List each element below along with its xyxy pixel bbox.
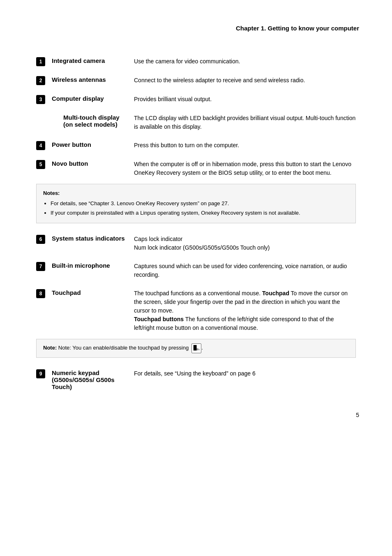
- page-header: Chapter 1. Getting to know your computer: [33, 25, 359, 32]
- item-number-2: 2: [33, 71, 48, 90]
- item-term-6: System status indicators: [48, 230, 131, 257]
- note-inline-row: Note: Note: You can enable/disable the t…: [33, 337, 359, 364]
- item-term-3b: Multi-touch display (on select models): [48, 109, 131, 136]
- item-number-4: 4: [33, 136, 48, 155]
- item-desc-9: For details, see “Using the keyboard” on…: [131, 364, 359, 395]
- item-desc-6-line1: Caps lock indicator: [134, 236, 182, 242]
- item-term-4: Power button: [48, 136, 131, 155]
- item-term-2: Wireless antennas: [48, 71, 131, 90]
- table-row: 6 System status indicators Caps lock ind…: [33, 230, 359, 257]
- chapter-title: Chapter 1. Getting to know your computer: [236, 25, 359, 32]
- item-number-6: 6: [33, 230, 48, 257]
- item-term-7: Built-in microphone: [48, 257, 131, 284]
- item-number-3: 3: [33, 90, 48, 109]
- notes-title: Notes:: [43, 189, 349, 198]
- notes-list: For details, see “Chapter 3. Lenovo OneK…: [51, 199, 349, 218]
- item-desc-4: Press this button to turn on the compute…: [131, 136, 359, 155]
- item-desc-3b: The LCD display with LED backlight provi…: [131, 109, 359, 136]
- notes-item-1: For details, see “Chapter 3. Lenovo OneK…: [51, 199, 349, 208]
- table-row: 5 Novo button When the computer is off o…: [33, 155, 359, 182]
- table-row: 1 Integrated camera Use the camera for v…: [33, 52, 359, 71]
- item-number-9: 9: [33, 364, 48, 395]
- notes-row: Notes: For details, see “Chapter 3. Leno…: [33, 182, 359, 230]
- item-desc-3: Provides brilliant visual output.: [131, 90, 359, 109]
- item-desc-6: Caps lock indicator Num lock indicator (…: [131, 230, 359, 257]
- item-desc-2: Connect to the wireless adapter to recei…: [131, 71, 359, 90]
- item-number-1: 1: [33, 52, 48, 71]
- touchpad-bold-2: Touchpad buttons: [134, 316, 184, 322]
- notes-box: Notes: For details, see “Chapter 3. Leno…: [36, 184, 356, 223]
- item-term-9: Numeric keypad (G500s/G505s/ G500s Touch…: [48, 364, 131, 395]
- item-number-3b: [33, 109, 48, 136]
- item-desc-5: When the computer is off or in hibernati…: [131, 155, 359, 182]
- item-term-8: Touchpad: [48, 284, 131, 337]
- table-row: 7 Built-in microphone Captures sound whi…: [33, 257, 359, 284]
- table-row: 2 Wireless antennas Connect to the wirel…: [33, 71, 359, 90]
- note-inline-label: Note:: [43, 345, 57, 351]
- item-term-5: Novo button: [48, 155, 131, 182]
- item-desc-6-line2: Num lock indicator (G500s/G505s/G500s To…: [134, 244, 270, 251]
- item-desc-1: Use the camera for video communication.: [131, 52, 359, 71]
- page-number: 5: [33, 412, 359, 418]
- note-inline-text: Note: Note: You can enable/disable the t…: [43, 345, 203, 351]
- notes-item-2: If your computer is preinstalled with a …: [51, 209, 349, 218]
- touchpad-bold-1: Touchpad: [262, 290, 289, 297]
- table-row: 9 Numeric keypad (G500s/G505s/ G500s Tou…: [33, 364, 359, 395]
- item-number-7: 7: [33, 257, 48, 284]
- item-number-5: 5: [33, 155, 48, 182]
- table-row: 4 Power button Press this button to turn…: [33, 136, 359, 155]
- item-term-1: Integrated camera: [48, 52, 131, 71]
- table-row: 3 Computer display Provides brilliant vi…: [33, 90, 359, 109]
- table-row: 8 Touchpad The touchpad functions as a c…: [33, 284, 359, 337]
- content-table: 1 Integrated camera Use the camera for v…: [33, 52, 359, 395]
- item-desc-7: Captures sound which can be used for vid…: [131, 257, 359, 284]
- item-number-8: 8: [33, 284, 48, 337]
- touchpad-key-icon: █fn: [191, 343, 201, 353]
- item-term-3: Computer display: [48, 90, 131, 109]
- item-desc-8: The touchpad functions as a conventional…: [131, 284, 359, 337]
- note-inline-box: Note: Note: You can enable/disable the t…: [36, 339, 356, 357]
- table-row: Multi-touch display (on select models) T…: [33, 109, 359, 136]
